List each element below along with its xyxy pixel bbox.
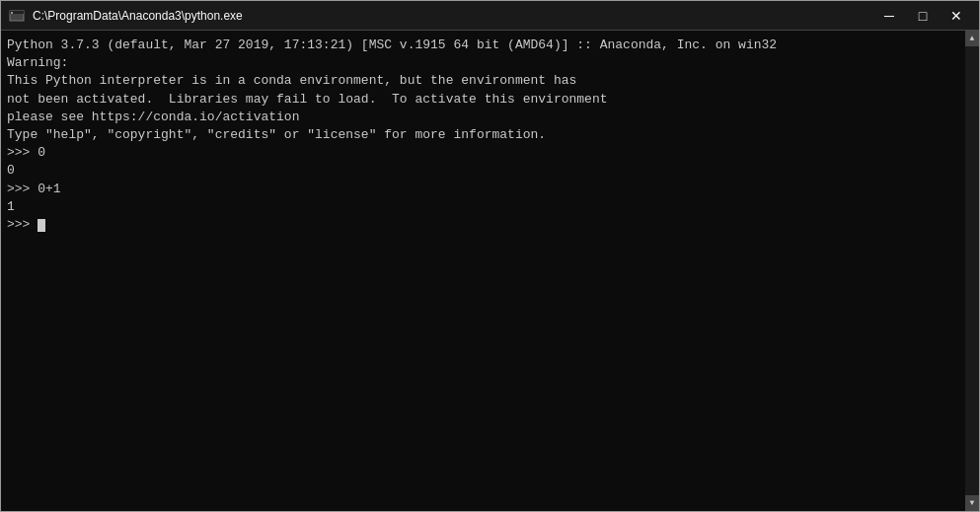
terminal-output-1: 0 xyxy=(7,162,975,180)
scrollbar[interactable]: ▲ ▼ xyxy=(965,31,979,511)
terminal-line: please see https://conda.io/activation xyxy=(7,109,975,126)
scrollbar-up-button[interactable]: ▲ xyxy=(965,31,979,46)
terminal-output-2: 1 xyxy=(7,198,975,216)
scrollbar-down-button[interactable]: ▼ xyxy=(965,495,979,511)
window-title: C:\ProgramData\Anaconda3\python.exe xyxy=(33,9,243,23)
maximize-button[interactable]: □ xyxy=(908,6,938,26)
terminal-line-warning: Warning: xyxy=(7,54,975,72)
terminal-line: Python 3.7.3 (default, Mar 27 2019, 17:1… xyxy=(7,37,975,54)
terminal-line: not been activated. Libraries may fail t… xyxy=(7,91,975,109)
terminal-line-type-help: Type "help", "copyright", "credits" or "… xyxy=(7,126,975,144)
minimize-button[interactable]: ─ xyxy=(874,6,904,26)
terminal-window: C:\ProgramData\Anaconda3\python.exe ─ □ … xyxy=(0,0,980,512)
terminal-body[interactable]: Python 3.7.3 (default, Mar 27 2019, 17:1… xyxy=(1,31,979,511)
terminal-prompt-2: >>> 0+1 xyxy=(7,181,975,198)
title-bar: C:\ProgramData\Anaconda3\python.exe ─ □ … xyxy=(1,1,979,31)
terminal-cursor xyxy=(38,219,45,232)
close-button[interactable]: ✕ xyxy=(942,6,971,26)
window-icon xyxy=(9,8,25,24)
terminal-line: This Python interpreter is in a conda en… xyxy=(7,72,975,90)
title-bar-left: C:\ProgramData\Anaconda3\python.exe xyxy=(9,8,243,24)
terminal-output: Python 3.7.3 (default, Mar 27 2019, 17:1… xyxy=(7,37,975,234)
window-controls: ─ □ ✕ xyxy=(874,6,971,26)
svg-rect-2 xyxy=(11,12,13,14)
scrollbar-track xyxy=(965,46,979,495)
terminal-prompt-active: >>> xyxy=(7,216,975,234)
terminal-prompt-1: >>> 0 xyxy=(7,144,975,162)
